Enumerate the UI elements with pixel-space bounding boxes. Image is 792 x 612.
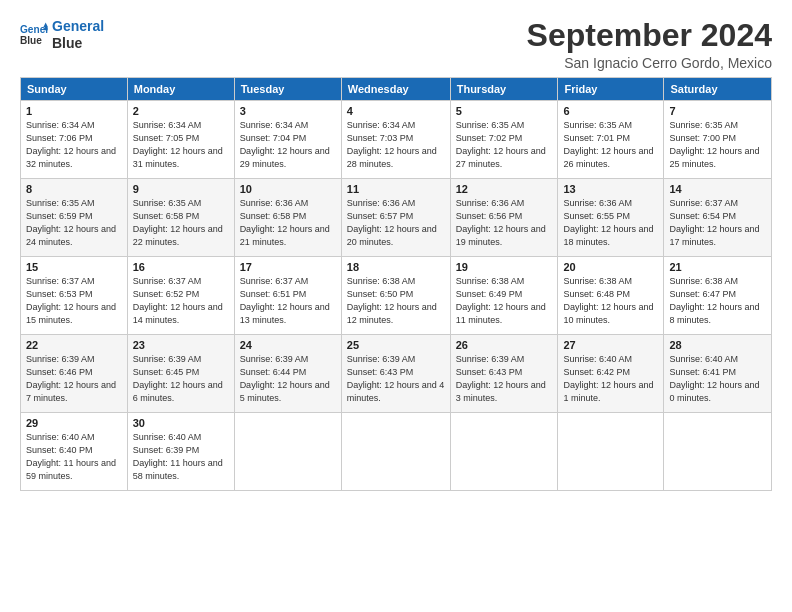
day-number: 6 [563,105,658,117]
day-number: 26 [456,339,553,351]
day-number: 23 [133,339,229,351]
day-detail: Sunrise: 6:39 AMSunset: 6:44 PMDaylight:… [240,354,330,403]
day-number: 14 [669,183,766,195]
day-detail: Sunrise: 6:38 AMSunset: 6:49 PMDaylight:… [456,276,546,325]
day-number: 28 [669,339,766,351]
logo-line1: General [52,18,104,35]
logo-line2: Blue [52,35,104,52]
day-number: 13 [563,183,658,195]
calendar-cell: 13 Sunrise: 6:36 AMSunset: 6:55 PMDaylig… [558,179,664,257]
day-number: 30 [133,417,229,429]
day-detail: Sunrise: 6:34 AMSunset: 7:04 PMDaylight:… [240,120,330,169]
day-detail: Sunrise: 6:35 AMSunset: 7:01 PMDaylight:… [563,120,653,169]
dow-header-thursday: Thursday [450,78,558,101]
calendar-cell: 10 Sunrise: 6:36 AMSunset: 6:58 PMDaylig… [234,179,341,257]
title-block: September 2024 San Ignacio Cerro Gordo, … [527,18,772,71]
calendar-cell: 9 Sunrise: 6:35 AMSunset: 6:58 PMDayligh… [127,179,234,257]
calendar-cell [341,413,450,491]
day-number: 19 [456,261,553,273]
day-number: 15 [26,261,122,273]
calendar-cell: 21 Sunrise: 6:38 AMSunset: 6:47 PMDaylig… [664,257,772,335]
day-number: 16 [133,261,229,273]
day-number: 4 [347,105,445,117]
day-detail: Sunrise: 6:35 AMSunset: 7:02 PMDaylight:… [456,120,546,169]
day-detail: Sunrise: 6:36 AMSunset: 6:55 PMDaylight:… [563,198,653,247]
calendar-cell: 1 Sunrise: 6:34 AMSunset: 7:06 PMDayligh… [21,101,128,179]
dow-header-monday: Monday [127,78,234,101]
day-detail: Sunrise: 6:35 AMSunset: 6:58 PMDaylight:… [133,198,223,247]
general-blue-logo-icon: General Blue [20,21,48,49]
calendar-subtitle: San Ignacio Cerro Gordo, Mexico [527,55,772,71]
calendar-cell: 25 Sunrise: 6:39 AMSunset: 6:43 PMDaylig… [341,335,450,413]
calendar-cell: 17 Sunrise: 6:37 AMSunset: 6:51 PMDaylig… [234,257,341,335]
calendar-cell [450,413,558,491]
day-number: 5 [456,105,553,117]
dow-header-friday: Friday [558,78,664,101]
calendar-cell: 20 Sunrise: 6:38 AMSunset: 6:48 PMDaylig… [558,257,664,335]
day-number: 8 [26,183,122,195]
calendar-cell: 16 Sunrise: 6:37 AMSunset: 6:52 PMDaylig… [127,257,234,335]
calendar-cell: 5 Sunrise: 6:35 AMSunset: 7:02 PMDayligh… [450,101,558,179]
day-number: 11 [347,183,445,195]
day-number: 2 [133,105,229,117]
day-number: 27 [563,339,658,351]
dow-header-sunday: Sunday [21,78,128,101]
calendar-cell: 28 Sunrise: 6:40 AMSunset: 6:41 PMDaylig… [664,335,772,413]
page: General Blue General Blue September 2024… [0,0,792,612]
calendar-cell: 18 Sunrise: 6:38 AMSunset: 6:50 PMDaylig… [341,257,450,335]
day-detail: Sunrise: 6:34 AMSunset: 7:06 PMDaylight:… [26,120,116,169]
calendar-cell: 19 Sunrise: 6:38 AMSunset: 6:49 PMDaylig… [450,257,558,335]
day-detail: Sunrise: 6:40 AMSunset: 6:39 PMDaylight:… [133,432,223,481]
day-number: 21 [669,261,766,273]
day-number: 17 [240,261,336,273]
calendar-cell [234,413,341,491]
calendar-cell: 11 Sunrise: 6:36 AMSunset: 6:57 PMDaylig… [341,179,450,257]
calendar-cell: 30 Sunrise: 6:40 AMSunset: 6:39 PMDaylig… [127,413,234,491]
svg-text:Blue: Blue [20,35,42,46]
day-number: 12 [456,183,553,195]
day-number: 22 [26,339,122,351]
calendar-cell: 7 Sunrise: 6:35 AMSunset: 7:00 PMDayligh… [664,101,772,179]
calendar-cell: 23 Sunrise: 6:39 AMSunset: 6:45 PMDaylig… [127,335,234,413]
calendar-cell: 22 Sunrise: 6:39 AMSunset: 6:46 PMDaylig… [21,335,128,413]
dow-header-wednesday: Wednesday [341,78,450,101]
day-number: 24 [240,339,336,351]
calendar-cell: 8 Sunrise: 6:35 AMSunset: 6:59 PMDayligh… [21,179,128,257]
calendar-table: SundayMondayTuesdayWednesdayThursdayFrid… [20,77,772,491]
day-detail: Sunrise: 6:34 AMSunset: 7:05 PMDaylight:… [133,120,223,169]
day-detail: Sunrise: 6:40 AMSunset: 6:40 PMDaylight:… [26,432,116,481]
day-detail: Sunrise: 6:36 AMSunset: 6:58 PMDaylight:… [240,198,330,247]
calendar-title: September 2024 [527,18,772,53]
calendar-cell: 26 Sunrise: 6:39 AMSunset: 6:43 PMDaylig… [450,335,558,413]
day-detail: Sunrise: 6:40 AMSunset: 6:42 PMDaylight:… [563,354,653,403]
day-number: 25 [347,339,445,351]
day-detail: Sunrise: 6:39 AMSunset: 6:46 PMDaylight:… [26,354,116,403]
day-detail: Sunrise: 6:38 AMSunset: 6:47 PMDaylight:… [669,276,759,325]
day-number: 1 [26,105,122,117]
day-detail: Sunrise: 6:38 AMSunset: 6:50 PMDaylight:… [347,276,437,325]
day-detail: Sunrise: 6:36 AMSunset: 6:57 PMDaylight:… [347,198,437,247]
calendar-cell: 3 Sunrise: 6:34 AMSunset: 7:04 PMDayligh… [234,101,341,179]
calendar-cell: 14 Sunrise: 6:37 AMSunset: 6:54 PMDaylig… [664,179,772,257]
calendar-cell: 12 Sunrise: 6:36 AMSunset: 6:56 PMDaylig… [450,179,558,257]
day-number: 18 [347,261,445,273]
day-number: 29 [26,417,122,429]
dow-header-saturday: Saturday [664,78,772,101]
day-detail: Sunrise: 6:38 AMSunset: 6:48 PMDaylight:… [563,276,653,325]
day-detail: Sunrise: 6:39 AMSunset: 6:45 PMDaylight:… [133,354,223,403]
day-detail: Sunrise: 6:39 AMSunset: 6:43 PMDaylight:… [347,354,445,403]
calendar-cell: 27 Sunrise: 6:40 AMSunset: 6:42 PMDaylig… [558,335,664,413]
calendar-cell: 29 Sunrise: 6:40 AMSunset: 6:40 PMDaylig… [21,413,128,491]
day-detail: Sunrise: 6:37 AMSunset: 6:53 PMDaylight:… [26,276,116,325]
day-number: 3 [240,105,336,117]
calendar-cell: 6 Sunrise: 6:35 AMSunset: 7:01 PMDayligh… [558,101,664,179]
day-number: 9 [133,183,229,195]
day-number: 7 [669,105,766,117]
day-detail: Sunrise: 6:35 AMSunset: 7:00 PMDaylight:… [669,120,759,169]
calendar-cell: 4 Sunrise: 6:34 AMSunset: 7:03 PMDayligh… [341,101,450,179]
day-detail: Sunrise: 6:35 AMSunset: 6:59 PMDaylight:… [26,198,116,247]
day-detail: Sunrise: 6:37 AMSunset: 6:54 PMDaylight:… [669,198,759,247]
logo: General Blue General Blue [20,18,104,52]
header: General Blue General Blue September 2024… [20,18,772,71]
day-number: 10 [240,183,336,195]
